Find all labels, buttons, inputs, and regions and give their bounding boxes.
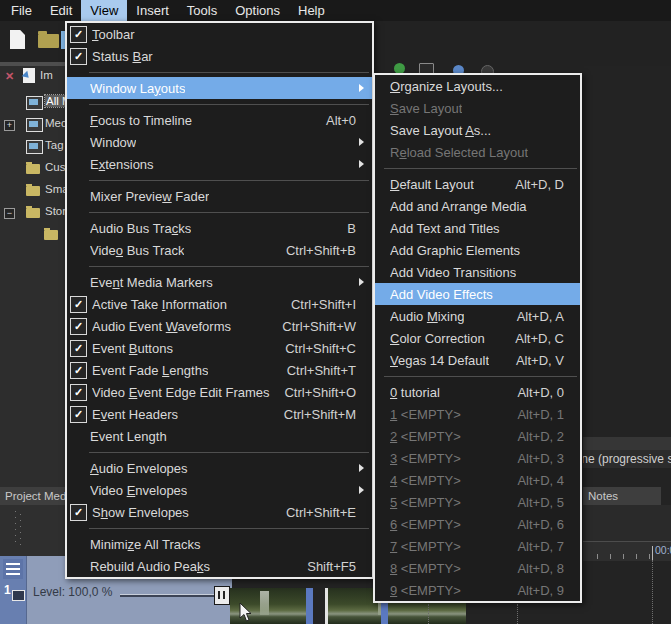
submenu-arrow-placeholder	[564, 217, 574, 239]
collapse-icon[interactable]: −	[4, 208, 15, 219]
menu-item-rebuild-audio-peaks[interactable]: Rebuild Audio PeaksShift+F5	[67, 555, 372, 577]
menubar-item-tools[interactable]: Tools	[178, 0, 226, 21]
filmstrip-icon	[26, 140, 43, 154]
menu-separator	[67, 447, 372, 457]
menu-item-audio-envelopes[interactable]: Audio Envelopes	[67, 457, 372, 479]
folder-icon	[26, 164, 40, 174]
tree-item-item[interactable]	[0, 224, 65, 246]
menu-item-status-bar[interactable]: ✓Status Bar	[67, 45, 372, 67]
menubar-item-insert[interactable]: Insert	[127, 0, 178, 21]
menu-item-label: Rebuild Audio Peaks	[90, 559, 210, 574]
menu-item-event-media-markers[interactable]: Event Media Markers	[67, 271, 372, 293]
menu-item-window[interactable]: Window	[67, 131, 372, 153]
menu-item-organize-layouts[interactable]: Organize Layouts...	[375, 75, 580, 97]
menu-item-label: Save Layout As...	[390, 123, 491, 138]
menu-item-video-event-edge-edit-frames[interactable]: ✓Video Event Edge Edit FramesCtrl+Shift+…	[67, 381, 372, 403]
tree-item-sma[interactable]: Sma	[0, 180, 65, 202]
menu-item-color-correction[interactable]: Color CorrectionAlt+D, C	[375, 327, 580, 349]
menubar-item-edit[interactable]: Edit	[41, 0, 81, 21]
tree-item-all-m[interactable]: All M	[0, 92, 65, 114]
menu-item-8-empty: 8 <EMPTY>Alt+D, 8	[375, 557, 580, 579]
checkmark-placeholder	[70, 537, 85, 552]
menu-item-event-buttons[interactable]: ✓Event ButtonsCtrl+Shift+C	[67, 337, 372, 359]
properties-row-top	[583, 437, 671, 450]
open-project-icon[interactable]	[38, 34, 59, 48]
menu-item-label: Default Layout	[390, 177, 474, 192]
menu-item-shortcut: Alt+D, 6	[503, 517, 564, 532]
menu-item-window-layouts[interactable]: Window Layouts	[67, 77, 372, 99]
menu-item-shortcut: Ctrl+Shift+I	[277, 297, 356, 312]
submenu-arrow-placeholder	[356, 359, 366, 381]
menu-item-video-envelopes[interactable]: Video Envelopes	[67, 479, 372, 501]
checkmark-icon: ✓	[70, 406, 87, 423]
submenu-arrow-placeholder	[356, 185, 366, 207]
menu-item-event-fade-lengths[interactable]: ✓Event Fade LengthsCtrl+Shift+T	[67, 359, 372, 381]
menubar-item-options[interactable]: Options	[226, 0, 289, 21]
menu-item-label: Add and Arrange Media	[390, 199, 527, 214]
ruler-time-label: 00:0	[655, 544, 671, 556]
menu-item-0-tutorial[interactable]: 0 tutorialAlt+D, 0	[375, 381, 580, 403]
menu-item-toolbar[interactable]: ✓Toolbar	[67, 23, 372, 45]
tree-item-med[interactable]: +Med	[0, 114, 65, 136]
menu-item-audio-bus-tracks[interactable]: Audio Bus TracksB	[67, 217, 372, 239]
submenu-arrow-placeholder	[564, 491, 574, 513]
menu-item-event-length[interactable]: Event Length	[67, 425, 372, 447]
menu-item-4-empty: 4 <EMPTY>Alt+D, 4	[375, 469, 580, 491]
menu-item-shortcut: Alt+D, 1	[503, 407, 564, 422]
menu-item-show-envelopes[interactable]: ✓Show EnvelopesCtrl+Shift+E	[67, 501, 372, 523]
filmstrip-icon	[26, 118, 43, 132]
tree-item-stor[interactable]: −Stor	[0, 202, 65, 224]
grid-dotted-line	[517, 604, 518, 624]
import-media-icon[interactable]	[23, 68, 35, 83]
submenu-arrow-placeholder	[356, 337, 366, 359]
level-slider[interactable]	[120, 594, 216, 597]
menu-item-9-empty: 9 <EMPTY>Alt+D, 9	[375, 579, 580, 601]
notes-tab[interactable]: Notes	[583, 487, 661, 505]
menu-item-shortcut: Ctrl+Shift+E	[272, 505, 356, 520]
menu-item-vegas-14-default[interactable]: Vegas 14 DefaultAlt+D, V	[375, 349, 580, 371]
menu-item-audio-mixing[interactable]: Audio MixingAlt+D, A	[375, 305, 580, 327]
menu-item-default-layout[interactable]: Default LayoutAlt+D, D	[375, 173, 580, 195]
menu-item-shortcut: Alt+D, 8	[503, 561, 564, 576]
menu-item-video-bus-track[interactable]: Video Bus TrackCtrl+Shift+B	[67, 239, 372, 261]
menu-item-2-empty: 2 <EMPTY>Alt+D, 2	[375, 425, 580, 447]
project-media-tab[interactable]: Project Med	[0, 487, 70, 505]
tree-item-cus[interactable]: Cus	[0, 158, 65, 180]
menu-item-mixer-preview-fader[interactable]: Mixer Preview Fader	[67, 185, 372, 207]
level-slider-handle[interactable]	[214, 586, 230, 605]
tree-item-tag[interactable]: Tag	[0, 136, 65, 158]
new-project-icon[interactable]	[10, 30, 25, 49]
menubar-item-file[interactable]: File	[2, 0, 41, 21]
checkmark-placeholder	[70, 275, 85, 290]
event-marker-bar[interactable]	[306, 588, 313, 624]
project-media-panel: ✕ImAll M+MedTagCusSma−Stor	[0, 66, 65, 487]
menu-item-audio-event-waveforms[interactable]: ✓Audio Event WaveformsCtrl+Shift+W	[67, 315, 372, 337]
menu-item-extensions[interactable]: Extensions	[67, 153, 372, 175]
menu-item-save-layout-as[interactable]: Save Layout As...	[375, 119, 580, 141]
menu-item-add-graphic-elements[interactable]: Add Graphic Elements	[375, 239, 580, 261]
menu-item-minimize-all-tracks[interactable]: Minimize All Tracks	[67, 533, 372, 555]
menu-item-focus-to-timeline[interactable]: Focus to TimelineAlt+0	[67, 109, 372, 131]
menu-item-shortcut: Ctrl+Shift+B	[272, 243, 356, 258]
menu-item-event-headers[interactable]: ✓Event HeadersCtrl+Shift+M	[67, 403, 372, 425]
remove-media-icon[interactable]: ✕	[5, 70, 14, 83]
menu-item-label: Reload Selected Layout	[390, 145, 528, 160]
menu-item-add-video-effects[interactable]: Add Video Effects	[375, 283, 580, 305]
menu-item-add-text-and-titles[interactable]: Add Text and Titles	[375, 217, 580, 239]
checkmark-icon: ✓	[70, 26, 87, 43]
submenu-arrow-icon	[356, 131, 366, 153]
timeline-ruler[interactable]: 00:0	[583, 541, 671, 561]
menu-item-reload-selected-layout: Reload Selected Layout	[375, 141, 580, 163]
checkmark-placeholder	[70, 461, 85, 476]
menubar-item-help[interactable]: Help	[289, 0, 334, 21]
track-menu-button[interactable]	[3, 559, 23, 579]
menu-item-add-video-transitions[interactable]: Add Video Transitions	[375, 261, 580, 283]
media-panel-header: ✕Im	[0, 66, 65, 92]
menubar-item-view[interactable]: View	[81, 0, 127, 21]
menu-item-active-take-information[interactable]: ✓Active Take InformationCtrl+Shift+I	[67, 293, 372, 315]
tree-item-label: All M	[45, 95, 65, 107]
submenu-arrow-placeholder	[356, 533, 366, 555]
menu-item-label: Event Headers	[92, 407, 178, 422]
menu-item-add-and-arrange-media[interactable]: Add and Arrange Media	[375, 195, 580, 217]
expand-icon[interactable]: +	[4, 120, 15, 131]
